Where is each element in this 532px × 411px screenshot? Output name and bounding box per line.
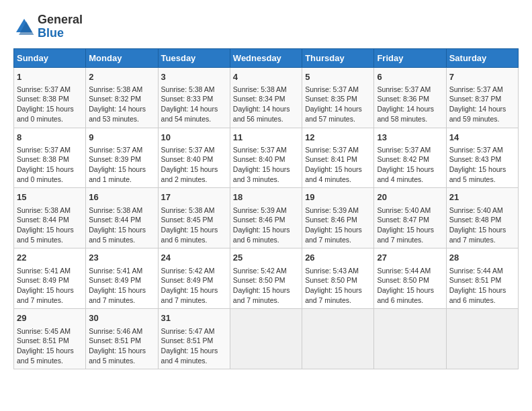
header-cell-tuesday: Tuesday — [158, 48, 230, 67]
day-number: 16 — [89, 191, 154, 203]
calendar-cell: 9Sunrise: 5:37 AM Sunset: 8:39 PM Daylig… — [86, 128, 158, 188]
day-info: Sunrise: 5:42 AM Sunset: 8:49 PM Dayligh… — [161, 266, 227, 306]
calendar-cell: 26Sunrise: 5:43 AM Sunset: 8:50 PM Dayli… — [302, 248, 374, 309]
calendar-cell: 13Sunrise: 5:37 AM Sunset: 8:42 PM Dayli… — [374, 128, 446, 188]
day-info: Sunrise: 5:40 AM Sunset: 8:47 PM Dayligh… — [377, 205, 443, 245]
day-number: 20 — [377, 191, 443, 203]
day-number: 3 — [161, 71, 227, 83]
day-number: 9 — [89, 132, 154, 144]
calendar-cell: 24Sunrise: 5:42 AM Sunset: 8:49 PM Dayli… — [158, 248, 230, 309]
day-info: Sunrise: 5:47 AM Sunset: 8:51 PM Dayligh… — [161, 326, 227, 366]
calendar-cell: 10Sunrise: 5:37 AM Sunset: 8:40 PM Dayli… — [158, 128, 230, 188]
header-cell-saturday: Saturday — [446, 48, 518, 67]
calendar-cell — [446, 309, 518, 369]
calendar-cell: 6Sunrise: 5:37 AM Sunset: 8:36 PM Daylig… — [374, 67, 446, 128]
day-number: 27 — [377, 252, 443, 264]
day-info: Sunrise: 5:40 AM Sunset: 8:48 PM Dayligh… — [449, 205, 515, 245]
day-info: Sunrise: 5:38 AM Sunset: 8:34 PM Dayligh… — [233, 85, 299, 124]
calendar-cell: 14Sunrise: 5:37 AM Sunset: 8:43 PM Dayli… — [446, 128, 518, 188]
day-number: 6 — [377, 71, 443, 83]
calendar-cell: 30Sunrise: 5:46 AM Sunset: 8:51 PM Dayli… — [86, 309, 158, 369]
day-number: 23 — [89, 252, 154, 264]
calendar-cell: 28Sunrise: 5:44 AM Sunset: 8:51 PM Dayli… — [446, 248, 518, 309]
day-info: Sunrise: 5:38 AM Sunset: 8:44 PM Dayligh… — [17, 205, 83, 245]
day-info: Sunrise: 5:37 AM Sunset: 8:40 PM Dayligh… — [233, 145, 299, 185]
logo-icon — [13, 16, 35, 38]
logo-text: GeneralBlue — [38, 13, 83, 40]
day-number: 21 — [449, 191, 515, 203]
day-number: 10 — [161, 132, 227, 144]
day-info: Sunrise: 5:39 AM Sunset: 8:46 PM Dayligh… — [305, 205, 371, 245]
day-info: Sunrise: 5:43 AM Sunset: 8:50 PM Dayligh… — [305, 266, 371, 306]
day-info: Sunrise: 5:38 AM Sunset: 8:45 PM Dayligh… — [161, 205, 227, 245]
day-info: Sunrise: 5:42 AM Sunset: 8:50 PM Dayligh… — [233, 266, 299, 306]
day-number: 13 — [377, 132, 443, 144]
calendar-cell: 2Sunrise: 5:38 AM Sunset: 8:32 PM Daylig… — [86, 67, 158, 128]
day-info: Sunrise: 5:41 AM Sunset: 8:49 PM Dayligh… — [89, 266, 154, 306]
day-number: 19 — [305, 191, 371, 203]
day-info: Sunrise: 5:39 AM Sunset: 8:46 PM Dayligh… — [233, 205, 299, 245]
day-number: 8 — [17, 132, 83, 144]
calendar-week-row: 29Sunrise: 5:45 AM Sunset: 8:51 PM Dayli… — [14, 309, 519, 369]
calendar-week-row: 22Sunrise: 5:41 AM Sunset: 8:49 PM Dayli… — [14, 248, 519, 309]
calendar-cell: 16Sunrise: 5:38 AM Sunset: 8:44 PM Dayli… — [86, 188, 158, 248]
day-number: 11 — [233, 132, 299, 144]
header-cell-thursday: Thursday — [302, 48, 374, 67]
calendar-table: SundayMondayTuesdayWednesdayThursdayFrid… — [13, 48, 519, 370]
day-number: 30 — [89, 312, 154, 324]
day-info: Sunrise: 5:37 AM Sunset: 8:41 PM Dayligh… — [305, 145, 371, 185]
day-number: 25 — [233, 252, 299, 264]
calendar-week-row: 1Sunrise: 5:37 AM Sunset: 8:38 PM Daylig… — [14, 67, 519, 128]
day-number: 4 — [233, 71, 299, 83]
day-number: 28 — [449, 252, 515, 264]
calendar-cell: 8Sunrise: 5:37 AM Sunset: 8:38 PM Daylig… — [14, 128, 86, 188]
logo: GeneralBlue — [13, 13, 83, 40]
day-info: Sunrise: 5:37 AM Sunset: 8:38 PM Dayligh… — [17, 145, 83, 185]
calendar-week-row: 15Sunrise: 5:38 AM Sunset: 8:44 PM Dayli… — [14, 188, 519, 248]
calendar-cell — [374, 309, 446, 369]
day-info: Sunrise: 5:41 AM Sunset: 8:49 PM Dayligh… — [17, 266, 83, 306]
day-info: Sunrise: 5:45 AM Sunset: 8:51 PM Dayligh… — [17, 326, 83, 366]
header-cell-sunday: Sunday — [14, 48, 86, 67]
calendar-cell — [302, 309, 374, 369]
day-info: Sunrise: 5:37 AM Sunset: 8:42 PM Dayligh… — [377, 145, 443, 185]
calendar-cell: 1Sunrise: 5:37 AM Sunset: 8:38 PM Daylig… — [14, 67, 86, 128]
day-info: Sunrise: 5:37 AM Sunset: 8:40 PM Dayligh… — [161, 145, 227, 185]
calendar-cell: 4Sunrise: 5:38 AM Sunset: 8:34 PM Daylig… — [230, 67, 302, 128]
calendar-cell — [230, 309, 302, 369]
calendar-cell: 11Sunrise: 5:37 AM Sunset: 8:40 PM Dayli… — [230, 128, 302, 188]
day-info: Sunrise: 5:38 AM Sunset: 8:32 PM Dayligh… — [89, 85, 154, 124]
calendar-week-row: 8Sunrise: 5:37 AM Sunset: 8:38 PM Daylig… — [14, 128, 519, 188]
calendar-cell: 5Sunrise: 5:37 AM Sunset: 8:35 PM Daylig… — [302, 67, 374, 128]
day-number: 1 — [17, 71, 83, 83]
day-info: Sunrise: 5:37 AM Sunset: 8:35 PM Dayligh… — [305, 85, 371, 124]
header-cell-friday: Friday — [374, 48, 446, 67]
calendar-cell: 25Sunrise: 5:42 AM Sunset: 8:50 PM Dayli… — [230, 248, 302, 309]
calendar-header-row: SundayMondayTuesdayWednesdayThursdayFrid… — [14, 48, 519, 67]
calendar-cell: 21Sunrise: 5:40 AM Sunset: 8:48 PM Dayli… — [446, 188, 518, 248]
day-info: Sunrise: 5:37 AM Sunset: 8:37 PM Dayligh… — [449, 85, 515, 124]
day-info: Sunrise: 5:44 AM Sunset: 8:51 PM Dayligh… — [449, 266, 515, 306]
day-info: Sunrise: 5:46 AM Sunset: 8:51 PM Dayligh… — [89, 326, 154, 366]
day-number: 31 — [161, 312, 227, 324]
calendar-cell: 22Sunrise: 5:41 AM Sunset: 8:49 PM Dayli… — [14, 248, 86, 309]
calendar-cell: 17Sunrise: 5:38 AM Sunset: 8:45 PM Dayli… — [158, 188, 230, 248]
day-info: Sunrise: 5:37 AM Sunset: 8:36 PM Dayligh… — [377, 85, 443, 124]
day-number: 29 — [17, 312, 83, 324]
day-info: Sunrise: 5:37 AM Sunset: 8:39 PM Dayligh… — [89, 145, 154, 185]
calendar-cell: 12Sunrise: 5:37 AM Sunset: 8:41 PM Dayli… — [302, 128, 374, 188]
calendar-cell: 19Sunrise: 5:39 AM Sunset: 8:46 PM Dayli… — [302, 188, 374, 248]
calendar-cell: 29Sunrise: 5:45 AM Sunset: 8:51 PM Dayli… — [14, 309, 86, 369]
day-info: Sunrise: 5:37 AM Sunset: 8:38 PM Dayligh… — [17, 85, 83, 124]
day-number: 22 — [17, 252, 83, 264]
day-number: 5 — [305, 71, 371, 83]
day-number: 15 — [17, 191, 83, 203]
calendar-cell: 7Sunrise: 5:37 AM Sunset: 8:37 PM Daylig… — [446, 67, 518, 128]
calendar-cell: 27Sunrise: 5:44 AM Sunset: 8:50 PM Dayli… — [374, 248, 446, 309]
day-number: 14 — [449, 132, 515, 144]
day-number: 18 — [233, 191, 299, 203]
day-number: 24 — [161, 252, 227, 264]
header-cell-monday: Monday — [86, 48, 158, 67]
day-info: Sunrise: 5:38 AM Sunset: 8:44 PM Dayligh… — [89, 205, 154, 245]
calendar-cell: 23Sunrise: 5:41 AM Sunset: 8:49 PM Dayli… — [86, 248, 158, 309]
